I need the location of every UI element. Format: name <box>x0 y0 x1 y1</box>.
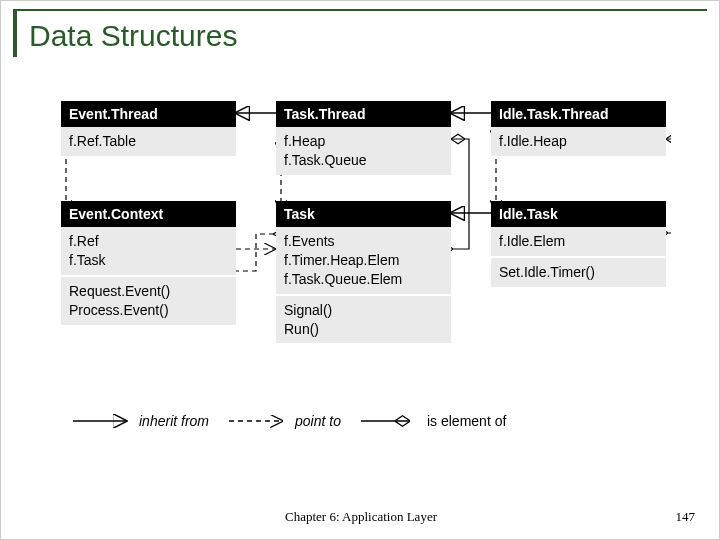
field: f.Idle.Heap <box>499 132 658 151</box>
legend-label: point to <box>295 413 341 429</box>
inherit-icon <box>71 414 131 428</box>
field: f.Task.Queue.Elem <box>284 270 443 289</box>
class-event-thread: Event.Thread f.Ref.Table <box>61 101 236 156</box>
field: f.Task <box>69 251 228 270</box>
method: Run() <box>284 320 443 339</box>
field: f.Ref.Table <box>69 132 228 151</box>
class-methods: Signal() Run() <box>276 296 451 344</box>
legend-label: inherit from <box>139 413 209 429</box>
class-methods: Request.Event() Process.Event() <box>61 277 236 325</box>
point-icon <box>227 414 287 428</box>
class-task-thread: Task.Thread f.Heap f.Task.Queue <box>276 101 451 175</box>
class-task: Task f.Events f.Timer.Heap.Elem f.Task.Q… <box>276 201 451 343</box>
field: f.Events <box>284 232 443 251</box>
class-idle-task: Idle.Task f.Idle.Elem Set.Idle.Timer() <box>491 201 666 287</box>
class-header: Idle.Task.Thread <box>491 101 666 127</box>
class-header: Event.Thread <box>61 101 236 127</box>
field: f.Timer.Heap.Elem <box>284 251 443 270</box>
field: f.Task.Queue <box>284 151 443 170</box>
legend: inherit from point to is element of <box>71 413 671 429</box>
legend-element: is element of <box>359 413 506 429</box>
method: Signal() <box>284 301 443 320</box>
legend-label: is element of <box>427 413 506 429</box>
field: f.Idle.Elem <box>499 232 658 251</box>
footer-text: Chapter 6: Application Layer <box>1 509 720 525</box>
title-bar: Data Structures <box>13 9 707 57</box>
method: Request.Event() <box>69 282 228 301</box>
class-methods: Set.Idle.Timer() <box>491 258 666 287</box>
class-fields: f.Ref f.Task <box>61 227 236 275</box>
class-fields: f.Idle.Heap <box>491 127 666 156</box>
class-event-context: Event.Context f.Ref f.Task Request.Event… <box>61 201 236 325</box>
page-title: Data Structures <box>29 19 707 53</box>
method: Process.Event() <box>69 301 228 320</box>
class-fields: f.Idle.Elem <box>491 227 666 256</box>
class-fields: f.Ref.Table <box>61 127 236 156</box>
method: Set.Idle.Timer() <box>499 263 658 282</box>
class-header: Task.Thread <box>276 101 451 127</box>
field: f.Heap <box>284 132 443 151</box>
class-diagram: Event.Thread f.Ref.Table Task.Thread f.H… <box>61 101 671 431</box>
field: f.Ref <box>69 232 228 251</box>
class-header: Event.Context <box>61 201 236 227</box>
class-fields: f.Heap f.Task.Queue <box>276 127 451 175</box>
legend-point: point to <box>227 413 341 429</box>
class-fields: f.Events f.Timer.Heap.Elem f.Task.Queue.… <box>276 227 451 294</box>
legend-inherit: inherit from <box>71 413 209 429</box>
class-header: Idle.Task <box>491 201 666 227</box>
element-icon <box>359 414 419 428</box>
page-number: 147 <box>676 509 696 525</box>
class-idle-task-thread: Idle.Task.Thread f.Idle.Heap <box>491 101 666 156</box>
class-header: Task <box>276 201 451 227</box>
